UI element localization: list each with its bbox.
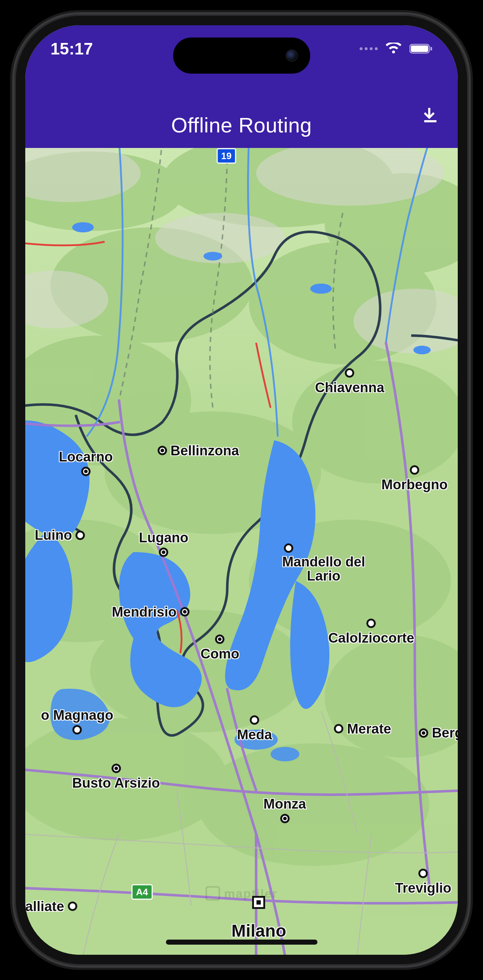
map-terrain	[25, 148, 458, 955]
road-shield-a4: A4	[131, 884, 153, 899]
map-attribution: maptiler	[205, 886, 277, 900]
home-indicator[interactable]	[166, 940, 318, 945]
road-shield-19: 19	[216, 148, 236, 164]
download-icon	[422, 107, 439, 123]
phone-volume-down	[10, 325, 14, 382]
app-bar: Offline Routing	[25, 113, 458, 137]
svg-point-23	[310, 283, 332, 294]
phone-power-button	[469, 274, 473, 368]
svg-rect-26	[411, 46, 428, 52]
svg-point-24	[413, 346, 431, 354]
screen: 19 A4 Chiavenna Bellinzona Locarno Morbe…	[25, 25, 458, 955]
page-title: Offline Routing	[171, 113, 311, 137]
map-view[interactable]: 19 A4 Chiavenna Bellinzona Locarno Morbe…	[25, 148, 458, 955]
phone-volume-up	[10, 253, 14, 310]
dynamic-island	[173, 38, 310, 73]
svg-point-22	[203, 252, 222, 261]
top-bar: 15:17 Offline Routing	[25, 25, 458, 148]
status-dots-icon	[360, 47, 378, 50]
status-time: 15:17	[51, 39, 93, 59]
svg-point-21	[72, 222, 94, 232]
svg-rect-27	[431, 47, 432, 51]
wifi-icon	[386, 43, 402, 55]
download-button[interactable]	[420, 105, 440, 125]
phone-side-button	[10, 202, 14, 231]
front-camera-icon	[286, 49, 298, 62]
battery-icon	[410, 43, 432, 54]
svg-point-11	[325, 635, 458, 758]
maptiler-logo-icon	[205, 886, 220, 900]
svg-point-20	[270, 747, 299, 761]
